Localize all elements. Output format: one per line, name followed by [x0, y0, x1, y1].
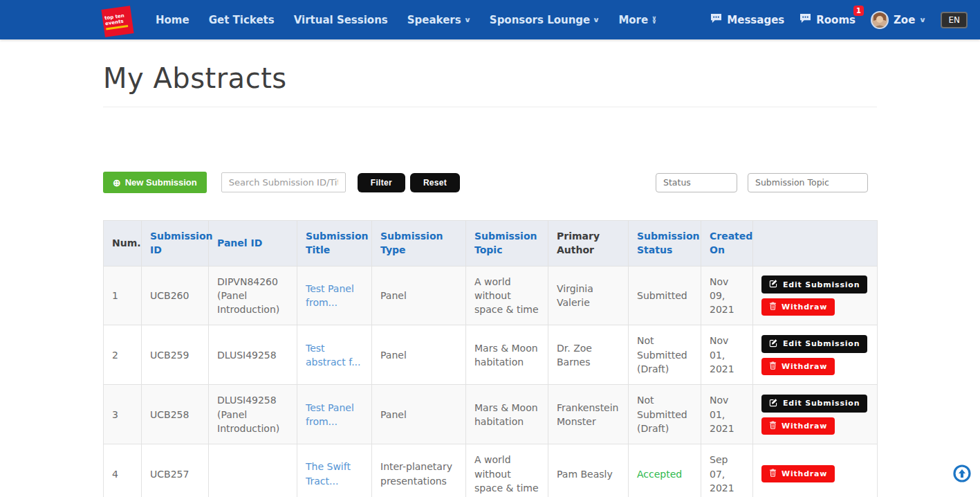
scroll-to-top-button[interactable] [952, 464, 972, 483]
cell-submission_id: UCB258 [142, 385, 209, 444]
column-header-type[interactable]: Submission Type [372, 221, 466, 266]
chevron-down-icon: ∨ [593, 16, 600, 24]
column-header-primary_author: Primary Author [548, 221, 629, 266]
nav-item-label: Home [156, 14, 189, 26]
nav-item-sponsors-lounge[interactable]: Sponsors Lounge∨ [480, 14, 609, 26]
cell-created_on: Nov 09, 2021 [701, 266, 753, 325]
withdraw-button[interactable]: Withdraw [761, 465, 835, 482]
toolbar-right [656, 173, 868, 192]
rooms-link[interactable]: Rooms 1 [799, 13, 856, 26]
toolbar: ⊕ New Submission Filter Reset [103, 172, 877, 193]
nav-item-speakers[interactable]: Speakers∨ [398, 14, 480, 26]
cell-title: Test Panel from... [297, 385, 372, 444]
table-row: 3UCB258DLUSI49258 (Panel Introduction)Te… [104, 385, 878, 444]
cell-primary_author: Virginia Valerie [548, 266, 629, 325]
column-header-num: Num. [104, 221, 142, 266]
submission-title-link[interactable]: Test abstract f... [306, 343, 360, 368]
new-submission-label: New Submission [125, 177, 197, 188]
logo[interactable]: top ten events [101, 6, 133, 37]
main-content: My Abstracts ⊕ New Submission Filter Res… [103, 62, 877, 497]
rooms-notification-badge: 1 [853, 6, 864, 16]
status-badge: Accepted [637, 469, 682, 480]
rooms-label: Rooms [816, 14, 856, 26]
column-header-status[interactable]: Submission Status [629, 221, 701, 266]
language-selector[interactable]: EN [941, 12, 968, 28]
cell-topic: Mars & Moon habitation [466, 325, 548, 385]
submission-title-link[interactable]: Test Panel from... [306, 283, 354, 308]
reset-button[interactable]: Reset [410, 173, 460, 192]
cell-created_on: Sep 07, 2021 [701, 444, 753, 497]
cell-created_on: Nov 01, 2021 [701, 385, 753, 444]
search-input[interactable] [221, 172, 346, 192]
nav-item-label: More [618, 14, 648, 26]
messages-link[interactable]: Messages [710, 13, 784, 26]
nav-item-virtual-sessions[interactable]: Virtual Sessions [284, 14, 398, 26]
cell-num: 4 [104, 444, 142, 497]
column-header-submission_id[interactable]: Submission ID [142, 221, 209, 266]
edit-submission-button[interactable]: Edit Submission [761, 335, 867, 353]
user-name: Zoe [894, 14, 915, 26]
cell-status: Submitted [629, 266, 701, 325]
edit-submission-button[interactable]: Edit Submission [761, 275, 867, 293]
cell-submission_id: UCB260 [142, 266, 209, 325]
submission-title-link[interactable]: The Swift Tract... [306, 461, 351, 486]
cell-type: Panel [372, 266, 466, 325]
column-header-panel_id[interactable]: Panel ID [209, 221, 297, 266]
table-row: 2UCB259DLUSI49258Test abstract f...Panel… [104, 325, 878, 385]
status-filter-input[interactable] [656, 173, 737, 192]
nav-item-label: Sponsors Lounge [490, 14, 590, 26]
cell-panel_id: DLUSI49258 [209, 325, 297, 385]
nav-item-get-tickets[interactable]: Get Tickets [199, 14, 284, 26]
cell-primary_author: Dr. Zoe Barnes [548, 325, 629, 385]
cell-num: 1 [104, 266, 142, 325]
user-menu[interactable]: Zoe ∨ [871, 11, 925, 29]
column-header-title[interactable]: Submission Title [297, 221, 372, 266]
cell-num: 2 [104, 325, 142, 385]
trash-icon [769, 302, 777, 312]
cell-status: Not Submitted (Draft) [629, 385, 701, 444]
status-badge: Not Submitted (Draft) [637, 395, 687, 434]
row-actions: Edit SubmissionWithdraw [761, 395, 869, 435]
pencil-square-icon [769, 279, 778, 290]
cell-num: 3 [104, 385, 142, 444]
cell-type: Panel [372, 385, 466, 444]
cell-submission_id: UCB257 [142, 444, 209, 497]
actions-cell: Edit SubmissionWithdraw [753, 325, 878, 385]
withdraw-button[interactable]: Withdraw [761, 358, 835, 375]
cell-topic: A world without space & time [466, 444, 548, 497]
new-submission-button[interactable]: ⊕ New Submission [103, 172, 207, 193]
cell-primary_author: Frankenstein Monster [548, 385, 629, 444]
cell-panel_id [209, 444, 297, 497]
cell-topic: A world without space & time [466, 266, 548, 325]
status-badge: Not Submitted (Draft) [637, 335, 687, 374]
cell-primary_author: Pam Beasly [548, 444, 629, 497]
nav-item-home[interactable]: Home [146, 14, 199, 26]
withdraw-button[interactable]: Withdraw [761, 417, 835, 435]
actions-cell: Edit SubmissionWithdraw [753, 266, 878, 325]
cell-title: Test Panel from... [297, 266, 372, 325]
cell-panel_id: DLUSI49258 (Panel Introduction) [209, 385, 297, 444]
cell-type: Inter-planetary presentations [372, 444, 466, 497]
filter-button[interactable]: Filter [358, 173, 405, 192]
topic-filter-input[interactable] [748, 173, 868, 192]
cell-created_on: Nov 01, 2021 [701, 325, 753, 385]
withdraw-button[interactable]: Withdraw [761, 298, 835, 316]
chevron-down-icon: ∨ [919, 16, 927, 24]
column-header-created_on[interactable]: Created On [701, 221, 753, 266]
nav-item-label: Speakers [407, 14, 461, 26]
cell-title: Test abstract f... [297, 325, 372, 385]
chat-icon [799, 13, 811, 26]
column-header-topic[interactable]: Submission Topic [466, 221, 548, 266]
edit-submission-button[interactable]: Edit Submission [761, 395, 867, 413]
navbar: top ten events HomeGet TicketsVirtual Se… [0, 0, 980, 39]
chat-icon [710, 13, 722, 26]
trash-icon [769, 469, 777, 479]
nav-item-more[interactable]: More∨∨ [609, 14, 666, 26]
table-body: 1UCB260DIPVN84260 (Panel Introduction)Te… [104, 266, 878, 497]
row-actions: Edit SubmissionWithdraw [761, 335, 869, 375]
submission-title-link[interactable]: Test Panel from... [306, 402, 354, 427]
cell-title: The Swift Tract... [297, 444, 372, 497]
nav-item-label: Virtual Sessions [294, 14, 388, 26]
toolbar-left: ⊕ New Submission Filter Reset [103, 172, 460, 193]
navbar-left: top ten events HomeGet TicketsVirtual Se… [103, 5, 667, 35]
